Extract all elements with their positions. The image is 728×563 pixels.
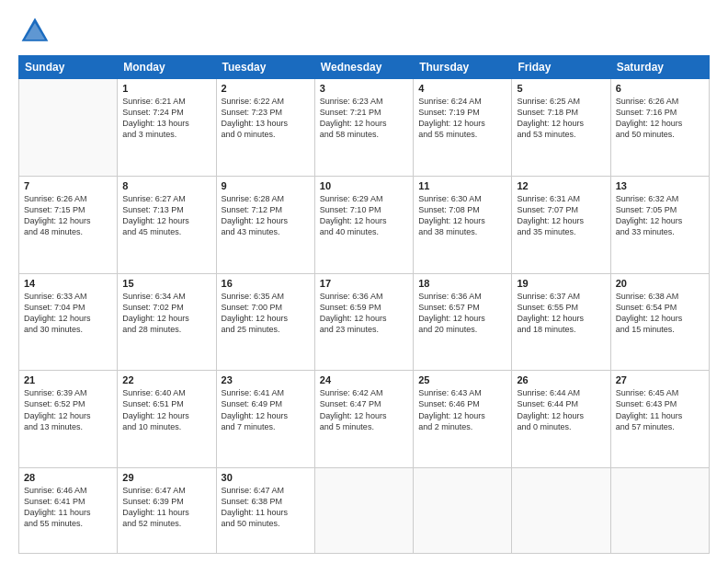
- day-info: Sunrise: 6:33 AM Sunset: 7:04 PM Dayligh…: [24, 291, 112, 336]
- calendar-cell: 8Sunrise: 6:27 AM Sunset: 7:13 PM Daylig…: [118, 176, 216, 273]
- day-info: Sunrise: 6:25 AM Sunset: 7:18 PM Dayligh…: [517, 96, 605, 141]
- calendar-cell: 23Sunrise: 6:41 AM Sunset: 6:49 PM Dayli…: [216, 371, 314, 468]
- day-info: Sunrise: 6:26 AM Sunset: 7:16 PM Dayligh…: [616, 96, 704, 141]
- calendar-cell: 25Sunrise: 6:43 AM Sunset: 6:46 PM Dayli…: [414, 371, 512, 468]
- day-info: Sunrise: 6:40 AM Sunset: 6:51 PM Dayligh…: [122, 387, 210, 432]
- calendar-body: 1Sunrise: 6:21 AM Sunset: 7:24 PM Daylig…: [19, 79, 710, 554]
- day-info: Sunrise: 6:35 AM Sunset: 7:00 PM Dayligh…: [222, 291, 310, 336]
- day-info: Sunrise: 6:29 AM Sunset: 7:10 PM Dayligh…: [320, 193, 408, 238]
- day-info: Sunrise: 6:23 AM Sunset: 7:21 PM Dayligh…: [320, 96, 408, 141]
- day-number: 25: [418, 374, 506, 385]
- calendar-cell: 11Sunrise: 6:30 AM Sunset: 7:08 PM Dayli…: [414, 176, 512, 273]
- day-number: 4: [418, 83, 506, 94]
- day-number: 10: [320, 180, 408, 191]
- day-number: 26: [517, 374, 605, 385]
- logo: [18, 15, 57, 48]
- week-row-1: 1Sunrise: 6:21 AM Sunset: 7:24 PM Daylig…: [19, 79, 710, 177]
- calendar-cell: 26Sunrise: 6:44 AM Sunset: 6:44 PM Dayli…: [512, 371, 610, 468]
- day-number: 28: [24, 472, 112, 483]
- calendar-cell: 7Sunrise: 6:26 AM Sunset: 7:15 PM Daylig…: [19, 176, 118, 273]
- day-number: 18: [418, 278, 506, 289]
- day-info: Sunrise: 6:24 AM Sunset: 7:19 PM Dayligh…: [418, 96, 506, 141]
- day-info: Sunrise: 6:44 AM Sunset: 6:44 PM Dayligh…: [517, 387, 605, 432]
- calendar-cell: [414, 468, 512, 554]
- day-number: 12: [517, 180, 605, 191]
- day-number: 30: [222, 472, 310, 483]
- day-info: Sunrise: 6:45 AM Sunset: 6:43 PM Dayligh…: [616, 387, 704, 432]
- calendar-cell: 30Sunrise: 6:47 AM Sunset: 6:38 PM Dayli…: [216, 468, 314, 554]
- day-number: 1: [122, 83, 210, 94]
- weekday-header-thursday: Thursday: [414, 56, 512, 79]
- day-info: Sunrise: 6:26 AM Sunset: 7:15 PM Dayligh…: [24, 193, 112, 238]
- week-row-4: 21Sunrise: 6:39 AM Sunset: 6:52 PM Dayli…: [19, 371, 710, 468]
- day-info: Sunrise: 6:46 AM Sunset: 6:41 PM Dayligh…: [24, 485, 112, 530]
- day-info: Sunrise: 6:42 AM Sunset: 6:47 PM Dayligh…: [320, 387, 408, 432]
- day-number: 16: [222, 278, 310, 289]
- day-info: Sunrise: 6:36 AM Sunset: 6:57 PM Dayligh…: [418, 291, 506, 336]
- day-number: 21: [24, 374, 112, 385]
- day-number: 11: [418, 180, 506, 191]
- calendar-cell: 21Sunrise: 6:39 AM Sunset: 6:52 PM Dayli…: [19, 371, 118, 468]
- calendar-cell: 24Sunrise: 6:42 AM Sunset: 6:47 PM Dayli…: [314, 371, 413, 468]
- calendar-cell: 10Sunrise: 6:29 AM Sunset: 7:10 PM Dayli…: [314, 176, 413, 273]
- calendar-header: SundayMondayTuesdayWednesdayThursdayFrid…: [19, 56, 710, 79]
- calendar-cell: 15Sunrise: 6:34 AM Sunset: 7:02 PM Dayli…: [118, 273, 216, 371]
- weekday-header-friday: Friday: [512, 56, 610, 79]
- calendar-cell: 9Sunrise: 6:28 AM Sunset: 7:12 PM Daylig…: [216, 176, 314, 273]
- calendar-cell: 14Sunrise: 6:33 AM Sunset: 7:04 PM Dayli…: [19, 273, 118, 371]
- day-number: 2: [222, 83, 310, 94]
- day-number: 6: [616, 83, 704, 94]
- day-info: Sunrise: 6:47 AM Sunset: 6:39 PM Dayligh…: [122, 485, 210, 530]
- calendar-cell: 12Sunrise: 6:31 AM Sunset: 7:07 PM Dayli…: [512, 176, 610, 273]
- day-number: 9: [222, 180, 310, 191]
- day-number: 24: [320, 374, 408, 385]
- day-info: Sunrise: 6:39 AM Sunset: 6:52 PM Dayligh…: [24, 387, 112, 432]
- calendar-cell: 2Sunrise: 6:22 AM Sunset: 7:23 PM Daylig…: [216, 79, 314, 177]
- day-number: 17: [320, 278, 408, 289]
- day-info: Sunrise: 6:32 AM Sunset: 7:05 PM Dayligh…: [616, 193, 704, 238]
- page: SundayMondayTuesdayWednesdayThursdayFrid…: [0, 0, 728, 563]
- calendar-cell: 1Sunrise: 6:21 AM Sunset: 7:24 PM Daylig…: [118, 79, 216, 177]
- day-number: 20: [616, 278, 704, 289]
- calendar-cell: 3Sunrise: 6:23 AM Sunset: 7:21 PM Daylig…: [314, 79, 413, 177]
- day-info: Sunrise: 6:37 AM Sunset: 6:55 PM Dayligh…: [517, 291, 605, 336]
- header: [18, 15, 710, 48]
- calendar-cell: 6Sunrise: 6:26 AM Sunset: 7:16 PM Daylig…: [610, 79, 709, 177]
- day-number: 23: [222, 374, 310, 385]
- calendar-cell: 29Sunrise: 6:47 AM Sunset: 6:39 PM Dayli…: [118, 468, 216, 554]
- weekday-header-saturday: Saturday: [610, 56, 709, 79]
- day-info: Sunrise: 6:34 AM Sunset: 7:02 PM Dayligh…: [122, 291, 210, 336]
- calendar-cell: 28Sunrise: 6:46 AM Sunset: 6:41 PM Dayli…: [19, 468, 118, 554]
- calendar-cell: 4Sunrise: 6:24 AM Sunset: 7:19 PM Daylig…: [414, 79, 512, 177]
- day-number: 19: [517, 278, 605, 289]
- calendar-cell: 17Sunrise: 6:36 AM Sunset: 6:59 PM Dayli…: [314, 273, 413, 371]
- calendar-cell: 22Sunrise: 6:40 AM Sunset: 6:51 PM Dayli…: [118, 371, 216, 468]
- calendar-cell: 27Sunrise: 6:45 AM Sunset: 6:43 PM Dayli…: [610, 371, 709, 468]
- week-row-5: 28Sunrise: 6:46 AM Sunset: 6:41 PM Dayli…: [19, 468, 710, 554]
- calendar-cell: [512, 468, 610, 554]
- weekday-row: SundayMondayTuesdayWednesdayThursdayFrid…: [19, 56, 710, 79]
- calendar-cell: [610, 468, 709, 554]
- day-info: Sunrise: 6:31 AM Sunset: 7:07 PM Dayligh…: [517, 193, 605, 238]
- week-row-3: 14Sunrise: 6:33 AM Sunset: 7:04 PM Dayli…: [19, 273, 710, 371]
- weekday-header-wednesday: Wednesday: [314, 56, 413, 79]
- day-info: Sunrise: 6:28 AM Sunset: 7:12 PM Dayligh…: [222, 193, 310, 238]
- day-number: 3: [320, 83, 408, 94]
- day-info: Sunrise: 6:41 AM Sunset: 6:49 PM Dayligh…: [222, 387, 310, 432]
- calendar-cell: [314, 468, 413, 554]
- day-info: Sunrise: 6:36 AM Sunset: 6:59 PM Dayligh…: [320, 291, 408, 336]
- week-row-2: 7Sunrise: 6:26 AM Sunset: 7:15 PM Daylig…: [19, 176, 710, 273]
- day-info: Sunrise: 6:22 AM Sunset: 7:23 PM Dayligh…: [222, 96, 310, 141]
- calendar-cell: 18Sunrise: 6:36 AM Sunset: 6:57 PM Dayli…: [414, 273, 512, 371]
- calendar-cell: [19, 79, 118, 177]
- logo-icon: [18, 15, 51, 48]
- day-info: Sunrise: 6:43 AM Sunset: 6:46 PM Dayligh…: [418, 387, 506, 432]
- day-number: 14: [24, 278, 112, 289]
- day-info: Sunrise: 6:38 AM Sunset: 6:54 PM Dayligh…: [616, 291, 704, 336]
- calendar-cell: 20Sunrise: 6:38 AM Sunset: 6:54 PM Dayli…: [610, 273, 709, 371]
- day-info: Sunrise: 6:47 AM Sunset: 6:38 PM Dayligh…: [222, 485, 310, 530]
- day-number: 29: [122, 472, 210, 483]
- weekday-header-monday: Monday: [118, 56, 216, 79]
- day-number: 8: [122, 180, 210, 191]
- weekday-header-tuesday: Tuesday: [216, 56, 314, 79]
